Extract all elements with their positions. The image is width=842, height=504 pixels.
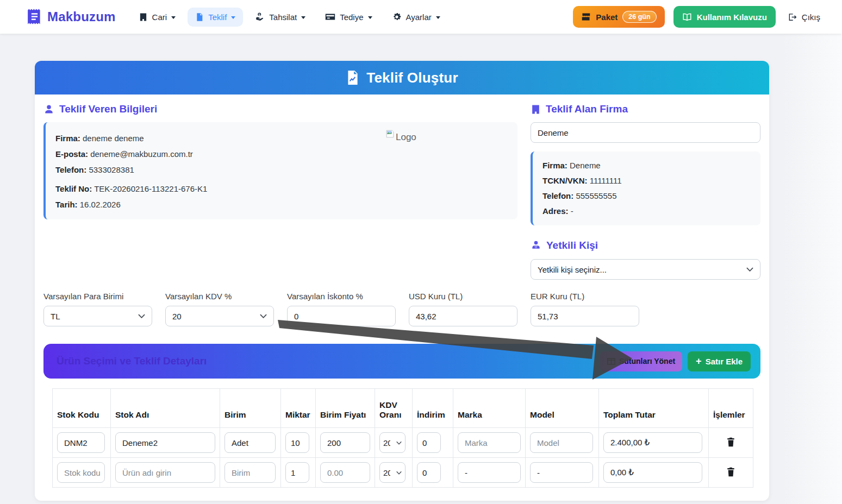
input-value: 0,00 ₺: [610, 468, 634, 477]
broken-image-icon: [385, 129, 395, 138]
stok-kodu-input[interactable]: DNM2: [57, 432, 105, 453]
buyer-section-heading: Teklif Alan Firma: [531, 103, 760, 115]
seller-eposta-value: deneme@makbuzum.com.tr: [90, 149, 193, 159]
seller-firma-value: deneme deneme: [83, 134, 144, 143]
buyer-tckn-value: 11111111: [590, 176, 622, 185]
manual-button[interactable]: Kullanım Kılavuzu: [673, 6, 776, 28]
logout-label: Çıkış: [802, 12, 820, 22]
input-value: 2.400,00 ₺: [610, 438, 650, 448]
table-row: DNM2 Deneme2 Adet 10 200 20 0 Marka Mode…: [53, 428, 753, 458]
select-value: 20: [172, 312, 182, 321]
columns-icon: [607, 358, 615, 365]
miktar-input[interactable]: 10: [285, 432, 309, 453]
col-header-birim-fiyati: Birim Fiyatı: [316, 389, 375, 428]
seller-teklif-no-value: TEK-20260216-113221-676-K1: [94, 184, 207, 193]
seller-teklif-no-line: Teklif No: TEK-20260216-113221-676-K1: [55, 181, 508, 197]
details-header-bar: Ürün Seçimi ve Teklif Detayları Sütunlar…: [43, 344, 760, 379]
input-value: 10: [291, 438, 300, 448]
details-heading: Ürün Seçimi ve Teklif Detayları: [57, 355, 207, 367]
miktar-input[interactable]: 1: [285, 462, 309, 483]
col-header-islemler: İşlemler: [709, 389, 753, 428]
card-header: Teklif Oluştur: [35, 61, 769, 94]
col-header-indirim: İndirim: [413, 389, 453, 428]
paket-days-badge: 26 gün: [622, 11, 656, 23]
nav-item-tahsilat[interactable]: Tahsilat: [247, 7, 313, 27]
building-icon: [139, 12, 148, 22]
toplam-tutar-input[interactable]: 0,00 ₺: [603, 462, 702, 483]
indirim-input[interactable]: 0: [417, 462, 441, 483]
buyer-firma-label: Firma:: [542, 161, 567, 170]
nav-item-teklif[interactable]: Teklif: [188, 8, 243, 27]
buyer-firma-line: Firma: Deneme: [542, 158, 751, 173]
trash-icon: [726, 437, 735, 447]
manual-label: Kullanım Kılavuzu: [697, 12, 767, 22]
field-label: EUR Kuru (TL): [531, 292, 639, 301]
kdv-orani-select[interactable]: 20: [379, 432, 406, 453]
person-tie-icon: [531, 240, 541, 251]
input-value: -: [465, 468, 467, 477]
birim-fiyati-input[interactable]: 200: [320, 432, 370, 453]
kdv-orani-select[interactable]: 20: [379, 462, 406, 483]
buyer-telefon-line: Telefon: 555555555: [542, 188, 751, 204]
field-label: USD Kuru (TL): [409, 292, 517, 301]
birim-fiyati-input[interactable]: 0.00: [320, 462, 370, 483]
birim-input[interactable]: Birim: [224, 462, 276, 483]
navbar-right: Paket 26 gün Kullanım Kılavuzu Çıkış: [573, 6, 820, 28]
nav-item-tediye[interactable]: Tediye: [317, 8, 379, 27]
stok-kodu-input[interactable]: Stok kodu: [57, 462, 105, 483]
buyer-adres-label: Adres:: [542, 206, 569, 216]
manage-columns-button[interactable]: Sütunları Yönet: [600, 351, 682, 371]
nav-label: Tediye: [340, 12, 363, 22]
delete-row-button[interactable]: [724, 465, 738, 481]
buyer-heading-text: Teklif Alan Firma: [546, 103, 628, 115]
field-label: Varsayılan İskonto %: [287, 292, 396, 301]
brand-logo[interactable]: Makbuzum: [27, 8, 116, 26]
field-label: Varsayılan KDV %: [165, 292, 274, 301]
buyer-telefon-label: Telefon:: [542, 191, 573, 200]
chevron-down-icon: [301, 16, 305, 19]
model-input[interactable]: Model: [530, 432, 593, 453]
col-header-stok-adi: Stok Adı: [111, 389, 220, 428]
paket-label: Paket: [596, 12, 618, 22]
field-kdv: Varsayılan KDV % 20: [165, 292, 274, 326]
contact-person-select[interactable]: Yetkili kişi seçiniz...: [531, 259, 760, 280]
chevron-down-icon: [396, 441, 402, 445]
kdv-select[interactable]: 20: [165, 306, 274, 326]
nav-label: Teklif: [208, 12, 227, 22]
nav-links: Cari Teklif Tahsilat Tediye Ayarlar: [131, 7, 448, 27]
field-iskonto: Varsayılan İskonto % 0: [287, 292, 396, 326]
input-value: Adet: [232, 438, 248, 448]
input-placeholder: 0.00: [327, 468, 343, 477]
marka-input[interactable]: Marka: [458, 432, 521, 453]
marka-input[interactable]: -: [458, 462, 521, 483]
paket-button[interactable]: Paket 26 gün: [573, 6, 664, 28]
iskonto-input[interactable]: 0: [287, 306, 396, 326]
contact-heading-text: Yetkili Kişi: [546, 240, 598, 251]
col-header-miktar: Miktar: [281, 389, 316, 428]
add-row-button[interactable]: + Satır Ekle: [688, 351, 751, 371]
nav-item-ayarlar[interactable]: Ayarlar: [384, 7, 448, 27]
input-value: Deneme2: [122, 438, 158, 448]
field-usd-kuru: USD Kuru (TL) 43,62: [409, 292, 517, 326]
delete-row-button[interactable]: [724, 435, 738, 451]
building-icon: [531, 104, 541, 115]
model-input[interactable]: -: [530, 462, 593, 483]
buyer-company-input[interactable]: Deneme: [531, 122, 760, 143]
para-birimi-select[interactable]: TL: [43, 306, 152, 326]
table-row: Stok kodu Ürün adı girin Birim 1 0.00 20…: [53, 458, 753, 488]
usd-kuru-input[interactable]: 43,62: [409, 306, 517, 326]
toplam-tutar-input[interactable]: 2.400,00 ₺: [603, 432, 702, 453]
indirim-input[interactable]: 0: [417, 432, 441, 453]
stok-adi-input[interactable]: Ürün adı girin: [115, 462, 215, 483]
top-navbar: Makbuzum Cari Teklif Tahsilat Tediye Aya…: [0, 0, 842, 34]
birim-input[interactable]: Adet: [224, 432, 276, 453]
teklif-olustur-card: Teklif Oluştur Teklif Veren Bilgileri Fi…: [35, 61, 769, 501]
nav-label: Ayarlar: [406, 12, 432, 22]
eur-kuru-input[interactable]: 51,73: [531, 306, 639, 326]
input-value: Marka: [465, 438, 488, 448]
stok-adi-input[interactable]: Deneme2: [115, 432, 215, 453]
logout-button[interactable]: Çıkış: [788, 12, 820, 22]
buyer-company-value: Deneme: [538, 128, 569, 137]
chevron-down-icon: [260, 314, 267, 318]
nav-item-cari[interactable]: Cari: [131, 8, 184, 27]
